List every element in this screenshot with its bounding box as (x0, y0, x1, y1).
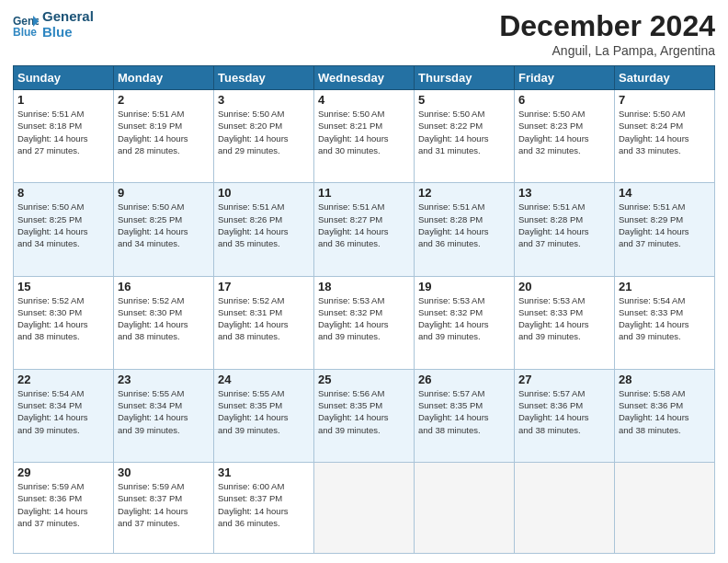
table-row: 1 Sunrise: 5:51 AM Sunset: 8:18 PM Dayli… (14, 90, 114, 183)
day-number: 5 (418, 93, 510, 107)
day-info: Sunrise: 5:53 AM Sunset: 8:32 PM Dayligh… (418, 294, 510, 343)
table-row: 18 Sunrise: 5:53 AM Sunset: 8:32 PM Dayl… (314, 276, 415, 369)
table-row: 20 Sunrise: 5:53 AM Sunset: 8:33 PM Dayl… (515, 276, 615, 369)
day-number: 3 (218, 93, 310, 107)
day-number: 21 (619, 280, 711, 293)
day-info: Sunrise: 6:00 AM Sunset: 8:37 PM Dayligh… (218, 480, 310, 529)
day-number: 18 (318, 280, 410, 293)
day-number: 8 (17, 186, 109, 200)
day-number: 29 (17, 465, 109, 479)
day-number: 31 (218, 465, 310, 479)
calendar-header-row: Sunday Monday Tuesday Wednesday Thursday… (14, 66, 715, 90)
table-row: 23 Sunrise: 5:55 AM Sunset: 8:34 PM Dayl… (114, 369, 214, 462)
table-row: 27 Sunrise: 5:57 AM Sunset: 8:36 PM Dayl… (515, 369, 615, 462)
table-row: 21 Sunrise: 5:54 AM Sunset: 8:33 PM Dayl… (615, 276, 715, 369)
col-sunday: Sunday (14, 66, 114, 90)
col-wednesday: Wednesday (314, 66, 415, 90)
location-subtitle: Anguil, La Pampa, Argentina (499, 43, 715, 58)
day-info: Sunrise: 5:52 AM Sunset: 8:30 PM Dayligh… (17, 294, 109, 343)
title-area: December 2024 Anguil, La Pampa, Argentin… (499, 9, 715, 58)
table-row (615, 463, 715, 554)
day-info: Sunrise: 5:54 AM Sunset: 8:34 PM Dayligh… (17, 387, 109, 436)
table-row: 30 Sunrise: 5:59 AM Sunset: 8:37 PM Dayl… (114, 463, 214, 554)
day-number: 24 (218, 373, 310, 386)
day-info: Sunrise: 5:51 AM Sunset: 8:27 PM Dayligh… (318, 201, 410, 249)
table-row: 29 Sunrise: 5:59 AM Sunset: 8:36 PM Dayl… (14, 463, 114, 554)
table-row: 26 Sunrise: 5:57 AM Sunset: 8:35 PM Dayl… (415, 369, 515, 462)
logo-icon: General Blue (13, 12, 39, 38)
day-info: Sunrise: 5:50 AM Sunset: 8:25 PM Dayligh… (118, 201, 210, 249)
day-number: 16 (118, 280, 210, 293)
table-row: 4 Sunrise: 5:50 AM Sunset: 8:21 PM Dayli… (314, 90, 415, 183)
day-number: 26 (418, 373, 510, 386)
table-row: 17 Sunrise: 5:52 AM Sunset: 8:31 PM Dayl… (214, 276, 314, 369)
day-info: Sunrise: 5:55 AM Sunset: 8:35 PM Dayligh… (218, 387, 310, 436)
day-info: Sunrise: 5:50 AM Sunset: 8:23 PM Dayligh… (518, 108, 610, 156)
day-info: Sunrise: 5:57 AM Sunset: 8:35 PM Dayligh… (418, 387, 510, 436)
day-number: 28 (619, 373, 711, 386)
day-info: Sunrise: 5:51 AM Sunset: 8:28 PM Dayligh… (418, 201, 510, 249)
table-row: 9 Sunrise: 5:50 AM Sunset: 8:25 PM Dayli… (114, 183, 214, 276)
day-info: Sunrise: 5:56 AM Sunset: 8:35 PM Dayligh… (318, 387, 410, 436)
day-number: 7 (619, 93, 711, 107)
day-info: Sunrise: 5:51 AM Sunset: 8:18 PM Dayligh… (17, 108, 109, 156)
table-row: 11 Sunrise: 5:51 AM Sunset: 8:27 PM Dayl… (314, 183, 415, 276)
col-friday: Friday (515, 66, 615, 90)
day-number: 1 (17, 93, 109, 107)
day-info: Sunrise: 5:51 AM Sunset: 8:26 PM Dayligh… (218, 201, 310, 249)
day-info: Sunrise: 5:50 AM Sunset: 8:20 PM Dayligh… (218, 108, 310, 156)
logo-text-blue: Blue (42, 25, 94, 40)
calendar-table: Sunday Monday Tuesday Wednesday Thursday… (13, 65, 715, 554)
day-info: Sunrise: 5:50 AM Sunset: 8:24 PM Dayligh… (619, 108, 711, 156)
table-row: 8 Sunrise: 5:50 AM Sunset: 8:25 PM Dayli… (14, 183, 114, 276)
day-info: Sunrise: 5:59 AM Sunset: 8:37 PM Dayligh… (118, 480, 210, 529)
day-number: 4 (318, 93, 410, 107)
day-info: Sunrise: 5:52 AM Sunset: 8:31 PM Dayligh… (218, 294, 310, 343)
table-row: 19 Sunrise: 5:53 AM Sunset: 8:32 PM Dayl… (415, 276, 515, 369)
table-row: 10 Sunrise: 5:51 AM Sunset: 8:26 PM Dayl… (214, 183, 314, 276)
col-tuesday: Tuesday (214, 66, 314, 90)
day-info: Sunrise: 5:50 AM Sunset: 8:22 PM Dayligh… (418, 108, 510, 156)
logo-text-general: General (42, 9, 94, 25)
table-row: 5 Sunrise: 5:50 AM Sunset: 8:22 PM Dayli… (415, 90, 515, 183)
day-info: Sunrise: 5:54 AM Sunset: 8:33 PM Dayligh… (619, 294, 711, 343)
day-info: Sunrise: 5:51 AM Sunset: 8:19 PM Dayligh… (118, 108, 210, 156)
table-row: 13 Sunrise: 5:51 AM Sunset: 8:28 PM Dayl… (515, 183, 615, 276)
table-row (314, 463, 415, 554)
table-row: 16 Sunrise: 5:52 AM Sunset: 8:30 PM Dayl… (114, 276, 214, 369)
day-number: 25 (318, 373, 410, 386)
table-row: 25 Sunrise: 5:56 AM Sunset: 8:35 PM Dayl… (314, 369, 415, 462)
day-number: 11 (318, 186, 410, 200)
svg-text:Blue: Blue (13, 26, 37, 38)
day-info: Sunrise: 5:52 AM Sunset: 8:30 PM Dayligh… (118, 294, 210, 343)
day-info: Sunrise: 5:55 AM Sunset: 8:34 PM Dayligh… (118, 387, 210, 436)
day-info: Sunrise: 5:50 AM Sunset: 8:25 PM Dayligh… (17, 201, 109, 249)
day-number: 30 (118, 465, 210, 479)
table-row: 7 Sunrise: 5:50 AM Sunset: 8:24 PM Dayli… (615, 90, 715, 183)
day-number: 17 (218, 280, 310, 293)
logo: General Blue General Blue (13, 9, 94, 40)
table-row: 6 Sunrise: 5:50 AM Sunset: 8:23 PM Dayli… (515, 90, 615, 183)
day-number: 9 (118, 186, 210, 200)
day-info: Sunrise: 5:57 AM Sunset: 8:36 PM Dayligh… (518, 387, 610, 436)
col-monday: Monday (114, 66, 214, 90)
table-row: 31 Sunrise: 6:00 AM Sunset: 8:37 PM Dayl… (214, 463, 314, 554)
table-row (515, 463, 615, 554)
day-info: Sunrise: 5:58 AM Sunset: 8:36 PM Dayligh… (619, 387, 711, 436)
table-row: 2 Sunrise: 5:51 AM Sunset: 8:19 PM Dayli… (114, 90, 214, 183)
day-info: Sunrise: 5:51 AM Sunset: 8:28 PM Dayligh… (518, 201, 610, 249)
day-number: 14 (619, 186, 711, 200)
col-thursday: Thursday (415, 66, 515, 90)
day-info: Sunrise: 5:53 AM Sunset: 8:32 PM Dayligh… (318, 294, 410, 343)
day-number: 15 (17, 280, 109, 293)
table-row: 15 Sunrise: 5:52 AM Sunset: 8:30 PM Dayl… (14, 276, 114, 369)
month-title: December 2024 (499, 9, 715, 43)
day-number: 22 (17, 373, 109, 386)
day-info: Sunrise: 5:50 AM Sunset: 8:21 PM Dayligh… (318, 108, 410, 156)
table-row: 24 Sunrise: 5:55 AM Sunset: 8:35 PM Dayl… (214, 369, 314, 462)
table-row (415, 463, 515, 554)
day-number: 19 (418, 280, 510, 293)
day-number: 27 (518, 373, 610, 386)
day-number: 12 (418, 186, 510, 200)
day-number: 6 (518, 93, 610, 107)
